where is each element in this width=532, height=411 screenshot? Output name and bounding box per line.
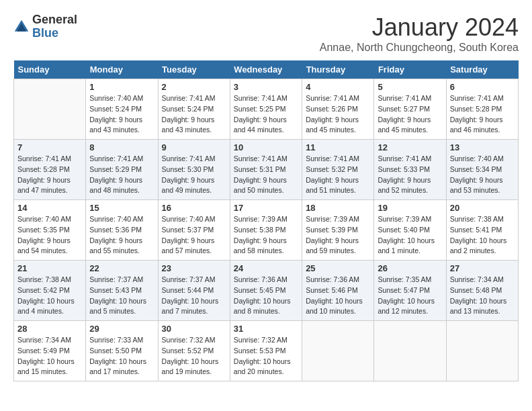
calendar-cell: 7Sunrise: 7:41 AM Sunset: 5:28 PM Daylig… xyxy=(14,140,86,200)
day-number: 17 xyxy=(234,203,298,213)
calendar-cell: 17Sunrise: 7:39 AM Sunset: 5:38 PM Dayli… xyxy=(230,200,302,261)
day-info: Sunrise: 7:32 AM Sunset: 5:52 PM Dayligh… xyxy=(162,335,226,377)
day-number: 7 xyxy=(17,142,82,152)
day-info: Sunrise: 7:41 AM Sunset: 5:28 PM Dayligh… xyxy=(17,154,82,196)
calendar-cell: 29Sunrise: 7:33 AM Sunset: 5:50 PM Dayli… xyxy=(86,321,158,381)
day-info: Sunrise: 7:37 AM Sunset: 5:43 PM Dayligh… xyxy=(89,275,154,317)
calendar-week-row: 21Sunrise: 7:38 AM Sunset: 5:42 PM Dayli… xyxy=(14,261,519,321)
calendar-cell xyxy=(302,321,374,381)
calendar-cell: 5Sunrise: 7:41 AM Sunset: 5:27 PM Daylig… xyxy=(374,79,446,140)
day-info: Sunrise: 7:40 AM Sunset: 5:24 PM Dayligh… xyxy=(89,93,154,136)
day-number: 15 xyxy=(89,203,154,213)
calendar-cell: 12Sunrise: 7:41 AM Sunset: 5:33 PM Dayli… xyxy=(374,140,446,200)
day-number: 30 xyxy=(162,324,226,334)
calendar-cell: 1Sunrise: 7:40 AM Sunset: 5:24 PM Daylig… xyxy=(86,79,158,140)
calendar-cell: 22Sunrise: 7:37 AM Sunset: 5:43 PM Dayli… xyxy=(86,261,158,321)
calendar-cell: 26Sunrise: 7:35 AM Sunset: 5:47 PM Dayli… xyxy=(374,261,446,321)
day-info: Sunrise: 7:41 AM Sunset: 5:32 PM Dayligh… xyxy=(306,154,370,196)
day-info: Sunrise: 7:41 AM Sunset: 5:30 PM Dayligh… xyxy=(162,154,226,196)
day-info: Sunrise: 7:32 AM Sunset: 5:53 PM Dayligh… xyxy=(234,335,298,377)
day-of-week-header: Thursday xyxy=(302,60,374,79)
calendar-cell: 31Sunrise: 7:32 AM Sunset: 5:53 PM Dayli… xyxy=(230,321,302,381)
day-of-week-header: Wednesday xyxy=(230,60,302,79)
logo-icon xyxy=(13,19,30,35)
day-number: 9 xyxy=(162,142,226,152)
day-number: 29 xyxy=(89,324,154,334)
day-number: 21 xyxy=(17,263,82,273)
day-info: Sunrise: 7:34 AM Sunset: 5:48 PM Dayligh… xyxy=(450,275,515,317)
title-section: January 2024 Annae, North Chungcheong, S… xyxy=(320,13,519,54)
day-number: 28 xyxy=(17,324,82,334)
calendar-cell: 28Sunrise: 7:34 AM Sunset: 5:49 PM Dayli… xyxy=(14,321,86,381)
calendar-week-row: 28Sunrise: 7:34 AM Sunset: 5:49 PM Dayli… xyxy=(14,321,519,381)
logo-blue-text: Blue xyxy=(32,27,77,40)
calendar-cell: 30Sunrise: 7:32 AM Sunset: 5:52 PM Dayli… xyxy=(158,321,230,381)
day-number: 1 xyxy=(89,82,154,92)
page-header: General Blue January 2024 Annae, North C… xyxy=(13,13,519,54)
calendar-cell: 20Sunrise: 7:38 AM Sunset: 5:41 PM Dayli… xyxy=(446,200,518,261)
calendar-cell: 10Sunrise: 7:41 AM Sunset: 5:31 PM Dayli… xyxy=(230,140,302,200)
day-info: Sunrise: 7:39 AM Sunset: 5:40 PM Dayligh… xyxy=(378,214,442,257)
day-number: 26 xyxy=(378,263,442,273)
day-info: Sunrise: 7:41 AM Sunset: 5:33 PM Dayligh… xyxy=(378,154,442,196)
calendar-cell: 6Sunrise: 7:41 AM Sunset: 5:28 PM Daylig… xyxy=(446,79,518,140)
calendar-cell: 13Sunrise: 7:40 AM Sunset: 5:34 PM Dayli… xyxy=(446,140,518,200)
day-info: Sunrise: 7:39 AM Sunset: 5:38 PM Dayligh… xyxy=(234,214,298,257)
day-number: 22 xyxy=(89,263,154,273)
day-info: Sunrise: 7:41 AM Sunset: 5:26 PM Dayligh… xyxy=(306,93,370,136)
calendar-header-row: SundayMondayTuesdayWednesdayThursdayFrid… xyxy=(14,60,519,79)
calendar-table: SundayMondayTuesdayWednesdayThursdayFrid… xyxy=(13,60,519,381)
day-of-week-header: Monday xyxy=(86,60,158,79)
calendar-cell: 14Sunrise: 7:40 AM Sunset: 5:35 PM Dayli… xyxy=(14,200,86,261)
day-number: 31 xyxy=(234,324,298,334)
day-info: Sunrise: 7:40 AM Sunset: 5:34 PM Dayligh… xyxy=(450,154,515,196)
calendar-cell: 18Sunrise: 7:39 AM Sunset: 5:39 PM Dayli… xyxy=(302,200,374,261)
day-number: 11 xyxy=(306,142,370,152)
calendar-body: 1Sunrise: 7:40 AM Sunset: 5:24 PM Daylig… xyxy=(14,79,519,381)
day-info: Sunrise: 7:38 AM Sunset: 5:41 PM Dayligh… xyxy=(450,214,515,257)
location-subtitle: Annae, North Chungcheong, South Korea xyxy=(320,42,519,54)
day-of-week-header: Friday xyxy=(374,60,446,79)
day-number: 12 xyxy=(378,142,442,152)
calendar-cell: 21Sunrise: 7:38 AM Sunset: 5:42 PM Dayli… xyxy=(14,261,86,321)
day-number: 23 xyxy=(162,263,226,273)
calendar-cell: 4Sunrise: 7:41 AM Sunset: 5:26 PM Daylig… xyxy=(302,79,374,140)
day-info: Sunrise: 7:38 AM Sunset: 5:42 PM Dayligh… xyxy=(17,275,82,317)
day-info: Sunrise: 7:41 AM Sunset: 5:31 PM Dayligh… xyxy=(234,154,298,196)
day-info: Sunrise: 7:35 AM Sunset: 5:47 PM Dayligh… xyxy=(378,275,442,317)
day-of-week-header: Sunday xyxy=(14,60,86,79)
calendar-cell: 24Sunrise: 7:36 AM Sunset: 5:45 PM Dayli… xyxy=(230,261,302,321)
calendar-week-row: 14Sunrise: 7:40 AM Sunset: 5:35 PM Dayli… xyxy=(14,200,519,261)
day-info: Sunrise: 7:33 AM Sunset: 5:50 PM Dayligh… xyxy=(89,335,154,377)
day-number: 19 xyxy=(378,203,442,213)
logo: General Blue xyxy=(13,13,77,40)
day-info: Sunrise: 7:41 AM Sunset: 5:24 PM Dayligh… xyxy=(162,93,226,136)
calendar-cell: 9Sunrise: 7:41 AM Sunset: 5:30 PM Daylig… xyxy=(158,140,230,200)
day-info: Sunrise: 7:41 AM Sunset: 5:27 PM Dayligh… xyxy=(378,93,442,136)
day-of-week-header: Saturday xyxy=(446,60,518,79)
day-number: 18 xyxy=(306,203,370,213)
day-number: 14 xyxy=(17,203,82,213)
calendar-cell: 16Sunrise: 7:40 AM Sunset: 5:37 PM Dayli… xyxy=(158,200,230,261)
day-number: 2 xyxy=(162,82,226,92)
day-info: Sunrise: 7:34 AM Sunset: 5:49 PM Dayligh… xyxy=(17,335,82,377)
day-number: 20 xyxy=(450,203,515,213)
day-info: Sunrise: 7:40 AM Sunset: 5:35 PM Dayligh… xyxy=(17,214,82,257)
calendar-cell: 27Sunrise: 7:34 AM Sunset: 5:48 PM Dayli… xyxy=(446,261,518,321)
day-number: 4 xyxy=(306,82,370,92)
calendar-cell xyxy=(446,321,518,381)
month-title: January 2024 xyxy=(320,13,519,42)
day-of-week-header: Tuesday xyxy=(158,60,230,79)
day-info: Sunrise: 7:36 AM Sunset: 5:46 PM Dayligh… xyxy=(306,275,370,317)
calendar-cell: 15Sunrise: 7:40 AM Sunset: 5:36 PM Dayli… xyxy=(86,200,158,261)
day-info: Sunrise: 7:37 AM Sunset: 5:44 PM Dayligh… xyxy=(162,275,226,317)
calendar-cell xyxy=(374,321,446,381)
day-number: 16 xyxy=(162,203,226,213)
calendar-cell: 19Sunrise: 7:39 AM Sunset: 5:40 PM Dayli… xyxy=(374,200,446,261)
day-info: Sunrise: 7:41 AM Sunset: 5:29 PM Dayligh… xyxy=(89,154,154,196)
calendar-cell: 25Sunrise: 7:36 AM Sunset: 5:46 PM Dayli… xyxy=(302,261,374,321)
day-number: 5 xyxy=(378,82,442,92)
day-info: Sunrise: 7:41 AM Sunset: 5:28 PM Dayligh… xyxy=(450,93,515,136)
calendar-cell: 3Sunrise: 7:41 AM Sunset: 5:25 PM Daylig… xyxy=(230,79,302,140)
day-number: 13 xyxy=(450,142,515,152)
